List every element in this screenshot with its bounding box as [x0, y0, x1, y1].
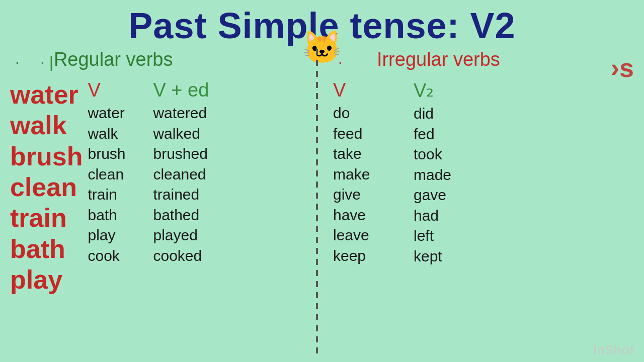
ved-word-played: played: [153, 225, 233, 246]
regular-v-header: V: [88, 79, 153, 101]
irr-v2-gave: gave: [414, 185, 489, 206]
big-word-water: water: [10, 79, 83, 110]
irr-v2-took: took: [414, 144, 489, 165]
irregular-v2-header: V₂: [414, 79, 489, 102]
v-word-bath: bath: [88, 205, 153, 226]
v-word-clean: clean: [88, 164, 153, 185]
irr-v-keep: keep: [333, 246, 414, 266]
big-words-column: water walk brush clean train bath play: [10, 79, 83, 296]
ved-word-walked: walked: [153, 124, 233, 144]
irr-v2-made: made: [414, 165, 489, 186]
irr-v2-had: had: [414, 206, 489, 226]
irr-v2-kept: kept: [414, 246, 489, 267]
v-word-play: play: [88, 225, 153, 246]
irr-v-do: do: [333, 103, 414, 124]
regular-bullet: ·: [15, 53, 20, 71]
ved-word-watered: watered: [153, 103, 233, 124]
big-word-play: play: [10, 264, 83, 295]
regular-section-header: Regular verbs: [54, 49, 173, 70]
irr-v-give: give: [333, 185, 414, 205]
v-word-brush: brush: [88, 144, 153, 164]
v-word-cook: cook: [88, 246, 153, 266]
irregular-v2-column: V₂ did fed took made gave had left kept: [414, 79, 489, 266]
irregular-section-header: Irregular verbs: [377, 49, 500, 70]
big-word-clean: clean: [10, 172, 83, 203]
irr-v-feed: feed: [333, 124, 414, 144]
irr-v-leave: leave: [333, 225, 414, 246]
irr-v-make: make: [333, 164, 414, 185]
big-word-bath: bath: [10, 234, 83, 264]
irregular-bullet: ·: [338, 53, 343, 71]
regular-v-column: V water walk brush clean train bath play…: [88, 79, 153, 296]
watermark: InShot: [593, 342, 634, 358]
irregular-v-column: V do feed take make give have leave keep: [333, 79, 414, 266]
section-divider: [316, 49, 318, 355]
v-word-water: water: [88, 103, 153, 124]
irregular-v-header: V: [333, 79, 414, 101]
ved-word-bathed: bathed: [153, 205, 233, 226]
big-word-train: train: [10, 203, 83, 233]
irr-v-have: have: [333, 205, 414, 226]
regular-ved-header: V + ed: [153, 79, 233, 101]
irr-v-take: take: [333, 144, 414, 164]
big-word-brush: brush: [10, 141, 83, 172]
regular-ved-column: V + ed watered walked brushed cleaned tr…: [153, 79, 233, 296]
ved-word-brushed: brushed: [153, 144, 233, 164]
ved-word-cooked: cooked: [153, 246, 233, 266]
v-word-train: train: [88, 185, 153, 205]
irr-v2-fed: fed: [414, 124, 489, 145]
ved-word-trained: trained: [153, 185, 233, 205]
ved-word-cleaned: cleaned: [153, 164, 233, 185]
v-word-walk: walk: [88, 124, 153, 144]
irr-v2-did: did: [414, 104, 489, 124]
irr-v2-left: left: [414, 226, 489, 246]
big-word-walk: walk: [10, 110, 83, 141]
